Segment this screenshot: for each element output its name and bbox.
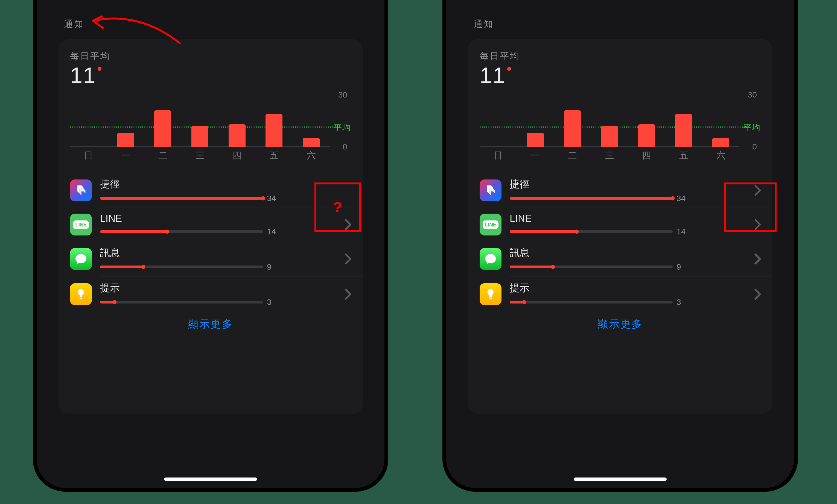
annotation-highlight-right [724, 183, 777, 232]
chevron-right-icon [344, 288, 352, 300]
app-usage-bar [100, 265, 263, 268]
app-count-label: 3 [676, 298, 681, 307]
app-count-label: 14 [676, 227, 685, 236]
chart-x-axis-labels: 日一二三四五六 [480, 149, 740, 162]
app-usage-bar [100, 197, 263, 200]
chart-bar [712, 138, 729, 147]
app-usage-bar [510, 197, 673, 200]
chart-x-label: 四 [218, 149, 256, 162]
shortcuts-icon [480, 180, 501, 201]
chart-x-label: 三 [181, 149, 218, 162]
app-usage-bar [100, 230, 263, 233]
app-row-messages[interactable]: 訊息9 [58, 241, 362, 277]
chart-bar [229, 124, 246, 147]
chart-bar [638, 124, 655, 147]
phone-left: 通知 每日平均 11 30 0 平均 [33, 0, 388, 492]
chart-bar [675, 114, 692, 147]
chart-bar [527, 133, 544, 147]
app-usage-bar [510, 230, 673, 233]
chart-x-label: 日 [70, 149, 107, 162]
chevron-right-icon [754, 288, 761, 300]
app-count-label: 3 [267, 298, 271, 307]
app-count-label: 14 [267, 227, 276, 236]
chart-x-label: 六 [702, 149, 740, 162]
daily-average-value: 11 [70, 64, 96, 87]
daily-average-dot-icon [97, 67, 102, 71]
chart-x-axis-labels: 日一二三四五六 [70, 149, 330, 162]
nav-title: 通知 [64, 18, 84, 30]
app-row-tips[interactable]: 提示3 [468, 277, 772, 312]
daily-average-value: 11 [480, 64, 505, 87]
tips-icon [480, 283, 501, 305]
home-indicator[interactable] [574, 478, 667, 481]
daily-average-label: 每日平均 [70, 50, 362, 62]
app-name-label: 提示 [100, 281, 344, 295]
app-name-label: LINE [100, 213, 344, 224]
chart-x-label: 五 [256, 149, 293, 162]
line-icon: LINE [70, 213, 92, 236]
app-row-tips[interactable]: 提示3 [58, 277, 362, 312]
chart-average-label: 平均 [743, 122, 761, 133]
app-name-label: 捷徑 [510, 178, 754, 191]
nav-title: 通知 [474, 18, 494, 30]
chart-x-label: 四 [628, 149, 665, 162]
app-row-messages[interactable]: 訊息9 [468, 241, 772, 277]
tips-icon [70, 283, 92, 305]
chart-bar [564, 110, 581, 147]
app-count-label: 9 [676, 262, 681, 272]
app-usage-bar [100, 301, 263, 303]
chart-average-label: 平均 [334, 122, 351, 133]
chart-bar [601, 126, 618, 147]
app-name-label: LINE [510, 213, 754, 224]
notifications-bar-chart: 30 0 平均 [468, 95, 772, 147]
chart-bar [117, 133, 134, 147]
show-more-button[interactable]: 顯示更多 [468, 317, 772, 331]
home-indicator[interactable] [164, 478, 257, 481]
chart-x-label: 三 [591, 149, 628, 162]
app-usage-bar [510, 265, 673, 268]
chart-x-label: 五 [665, 149, 702, 162]
app-count-label: 34 [267, 194, 276, 203]
phone-right: 通知 每日平均 11 30 0 平均 [442, 0, 798, 492]
daily-average-dot-icon [507, 67, 511, 71]
app-name-label: 提示 [510, 281, 754, 295]
app-count-label: 9 [267, 262, 271, 272]
chart-bar [154, 110, 171, 147]
annotation-highlight-left: ? [315, 183, 361, 232]
chevron-right-icon [344, 253, 352, 265]
app-usage-bar [510, 301, 673, 303]
chart-x-label: 二 [144, 149, 181, 162]
chart-bar [266, 114, 283, 147]
notifications-bar-chart: 30 0 平均 [58, 95, 362, 147]
messages-icon [480, 248, 501, 270]
show-more-button[interactable]: 顯示更多 [58, 317, 362, 331]
app-name-label: 訊息 [100, 246, 344, 260]
chart-bar [191, 126, 208, 147]
annotation-question-mark: ? [333, 199, 342, 216]
chart-bar [303, 138, 320, 147]
chart-x-label: 二 [554, 149, 591, 162]
app-name-label: 訊息 [510, 246, 754, 260]
line-icon: LINE [480, 213, 501, 236]
chart-x-label: 一 [107, 149, 144, 162]
app-count-label: 34 [676, 194, 685, 203]
messages-icon [70, 248, 92, 270]
chart-x-label: 日 [480, 149, 517, 162]
app-name-label: 捷徑 [100, 178, 352, 191]
chevron-right-icon [754, 253, 761, 265]
chart-x-label: 六 [292, 149, 330, 162]
shortcuts-icon [70, 180, 92, 201]
chart-x-label: 一 [517, 149, 554, 162]
daily-average-label: 每日平均 [480, 50, 772, 62]
